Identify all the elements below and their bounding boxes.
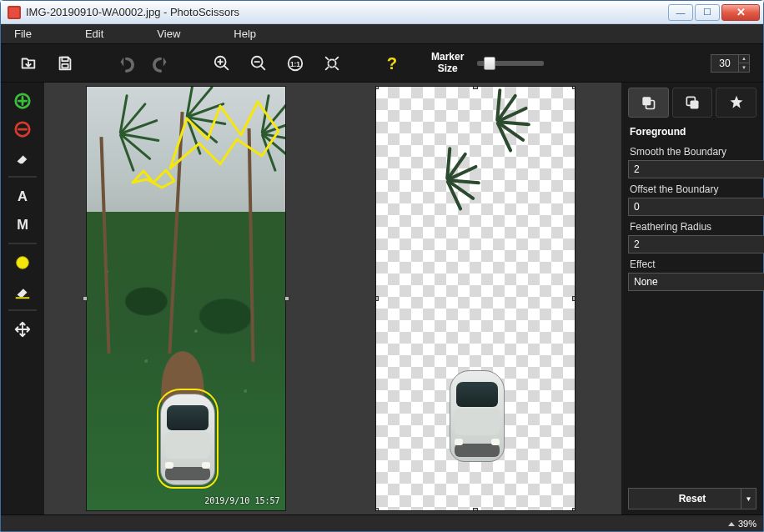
crop-handle-icon[interactable] — [473, 86, 478, 89]
effect-label: Effect — [628, 253, 756, 273]
reset-button-label: Reset — [679, 493, 706, 504]
zoom-level[interactable]: 39% — [728, 519, 756, 529]
offset-input[interactable] — [628, 198, 764, 216]
svg-text:A: A — [18, 188, 28, 203]
panel-section-title: Foreground — [628, 123, 756, 141]
properties-panel: Foreground Smooth the Boundary ▲▼ Offset… — [621, 83, 763, 514]
close-button[interactable]: ✕ — [721, 4, 760, 21]
minimize-button[interactable]: — — [668, 4, 693, 21]
car-icon — [450, 370, 505, 462]
zoom-out-button[interactable] — [244, 49, 273, 78]
marker-size-label: Marker Size — [431, 52, 464, 73]
open-button[interactable] — [14, 49, 43, 78]
foliage-icon — [410, 153, 485, 203]
menu-view[interactable]: View — [157, 28, 180, 40]
tab-effects[interactable] — [716, 88, 756, 118]
save-button[interactable] — [51, 49, 79, 78]
undo-button[interactable] — [111, 49, 139, 78]
svg-text:?: ? — [387, 54, 397, 73]
zoom-in-button[interactable] — [208, 49, 236, 78]
menu-help[interactable]: Help — [234, 28, 256, 40]
svg-text:1:1: 1:1 — [290, 60, 300, 68]
svg-rect-13 — [16, 297, 30, 299]
reset-button[interactable]: Reset ▼ — [628, 488, 756, 509]
highlight-eraser-tool[interactable] — [6, 279, 39, 303]
crop-handle-icon[interactable] — [473, 508, 478, 511]
statusbar: 39% — [1, 514, 763, 531]
crop-handle-icon[interactable] — [572, 296, 576, 301]
slider-thumb-icon[interactable] — [484, 57, 495, 70]
reset-dropdown-icon[interactable]: ▼ — [741, 489, 756, 509]
crop-handle-icon[interactable] — [284, 296, 289, 301]
marker-size-up-icon[interactable]: ▲ — [739, 55, 749, 63]
zoom-fit-button[interactable] — [318, 49, 346, 78]
offset-label: Offset the Boundary — [628, 178, 756, 198]
titlebar[interactable]: IMG-20190910-WA0002.jpg - PhotoScissors … — [1, 1, 763, 24]
menubar: File Edit View Help — [1, 24, 763, 44]
crop-handle-icon[interactable] — [375, 296, 379, 301]
crop-handle-icon[interactable] — [83, 296, 88, 301]
result-image[interactable] — [375, 86, 576, 511]
result-pane[interactable] — [334, 86, 616, 511]
eraser-tool[interactable] — [6, 146, 39, 169]
marker-size-down-icon[interactable]: ▼ — [739, 63, 749, 72]
crop-handle-icon[interactable] — [572, 508, 576, 511]
highlight-marker-tool[interactable] — [6, 251, 39, 274]
feather-label: Feathering Radius — [628, 216, 756, 235]
menu-edit[interactable]: Edit — [85, 28, 103, 40]
svg-rect-0 — [62, 57, 68, 61]
svg-text:M: M — [17, 217, 28, 232]
car-icon — [160, 394, 215, 485]
manual-mode-tool[interactable]: M — [6, 213, 39, 236]
zoom-actual-button[interactable]: 1:1 — [281, 49, 309, 78]
marker-size-field[interactable] — [711, 54, 739, 73]
effect-select[interactable] — [628, 273, 764, 291]
crop-handle-icon[interactable] — [375, 508, 379, 511]
foreground-marker-tool[interactable] — [6, 89, 39, 113]
marker-size-slider[interactable] — [477, 61, 544, 66]
smooth-input[interactable] — [628, 160, 764, 178]
move-tool[interactable] — [6, 318, 39, 341]
app-window: IMG-20190910-WA0002.jpg - PhotoScissors … — [0, 0, 764, 532]
help-button[interactable]: ? — [378, 49, 406, 78]
svg-rect-1 — [62, 63, 68, 68]
svg-point-6 — [328, 59, 335, 67]
image-timestamp: 2019/9/10 15:57 — [204, 496, 279, 505]
background-marker-tool[interactable] — [6, 118, 39, 141]
crop-handle-icon[interactable] — [375, 86, 379, 89]
tab-foreground[interactable] — [628, 88, 669, 118]
redo-button[interactable] — [148, 49, 176, 78]
app-icon — [8, 6, 21, 19]
maximize-button[interactable]: ☐ — [695, 4, 720, 21]
source-pane[interactable]: 2019/9/10 15:57 — [44, 86, 327, 511]
left-toolbar: A M — [1, 83, 44, 514]
feather-input[interactable] — [628, 235, 764, 253]
svg-rect-17 — [691, 101, 699, 109]
crop-handle-icon[interactable] — [572, 86, 576, 89]
svg-point-12 — [17, 257, 29, 269]
tab-background[interactable] — [672, 88, 713, 118]
source-image[interactable]: 2019/9/10 15:57 — [86, 86, 286, 511]
smooth-label: Smooth the Boundary — [628, 141, 756, 160]
top-toolbar: 1:1 ? Marker Size ▲ ▼ — [1, 44, 763, 83]
canvas-area: 2019/9/10 15:57 — [44, 83, 621, 514]
window-title: IMG-20190910-WA0002.jpg - PhotoScissors — [26, 6, 668, 18]
auto-mode-tool[interactable]: A — [6, 184, 39, 208]
marker-size-input[interactable]: ▲ ▼ — [711, 54, 750, 73]
menu-file[interactable]: File — [14, 28, 32, 40]
foliage-icon — [460, 95, 535, 145]
